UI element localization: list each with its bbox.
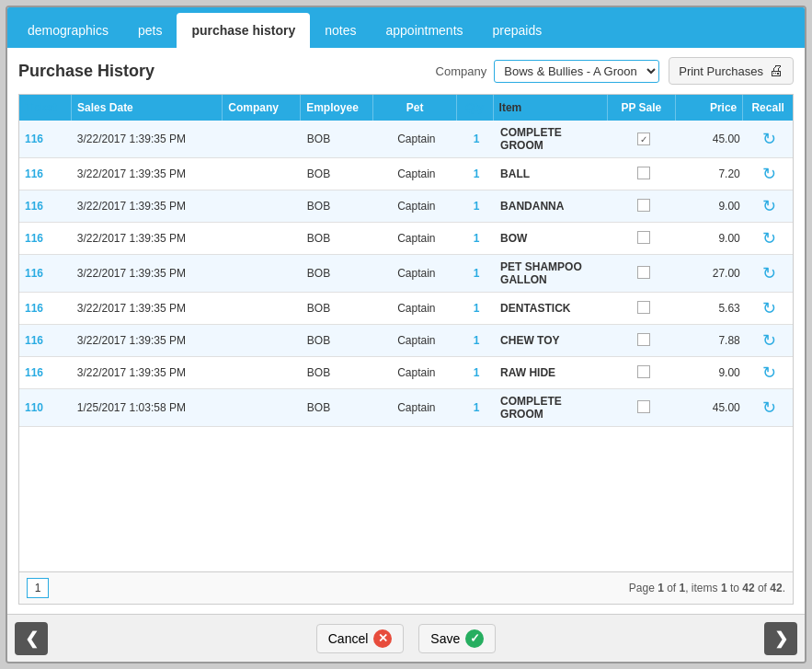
printer-icon: 🖨 bbox=[769, 63, 783, 79]
cell-pet: Captain bbox=[374, 190, 458, 223]
cell-recall[interactable]: ↻ bbox=[746, 389, 793, 427]
recall-icon[interactable]: ↻ bbox=[762, 228, 776, 248]
cell-recall[interactable]: ↻ bbox=[746, 158, 793, 190]
cell-pp-sale[interactable]: ✓ bbox=[610, 121, 678, 158]
cell-qty: 1 bbox=[458, 158, 495, 190]
cell-recall[interactable]: ↻ bbox=[746, 325, 793, 357]
table-row: 116 3/22/2017 1:39:35 PM BOB Captain 1 P… bbox=[19, 255, 793, 293]
cell-price: 9.00 bbox=[678, 223, 746, 255]
cell-recall[interactable]: ↻ bbox=[746, 121, 793, 158]
print-purchases-button[interactable]: Print Purchases 🖨 bbox=[669, 57, 794, 85]
recall-icon[interactable]: ↻ bbox=[762, 363, 776, 383]
recall-icon[interactable]: ↻ bbox=[762, 298, 776, 318]
cell-qty: 1 bbox=[458, 293, 495, 325]
cell-item: CHEW TOY bbox=[495, 325, 610, 357]
header-row: Purchase History Company Bows & Bullies … bbox=[18, 57, 794, 85]
cell-pet: Captain bbox=[374, 325, 458, 357]
table-row: 110 1/25/2017 1:03:58 PM BOB Captain 1 C… bbox=[19, 389, 793, 427]
save-button[interactable]: Save ✓ bbox=[418, 624, 496, 653]
col-company: Company bbox=[223, 95, 301, 121]
cell-item: DENTASTICK bbox=[495, 293, 610, 325]
cell-recall[interactable]: ↻ bbox=[746, 293, 793, 325]
col-pp-sale: PP Sale bbox=[608, 95, 676, 121]
cell-price: 45.00 bbox=[678, 389, 746, 427]
cell-item: PET SHAMPOO GALLON bbox=[495, 255, 610, 293]
recall-icon[interactable]: ↻ bbox=[762, 129, 776, 149]
cell-pp-sale[interactable] bbox=[610, 325, 678, 357]
chevron-right-icon: ❯ bbox=[774, 629, 788, 649]
cell-date: 3/22/2017 1:39:35 PM bbox=[72, 158, 223, 190]
col-ticket: Ticket bbox=[19, 95, 72, 121]
cell-employee: BOB bbox=[302, 121, 375, 158]
company-select[interactable]: Bows & Bullies - A Groon bbox=[494, 60, 659, 83]
cell-company bbox=[223, 121, 302, 158]
company-label: Company bbox=[436, 64, 487, 78]
cell-ticket: 116 bbox=[19, 255, 72, 293]
cell-price: 9.00 bbox=[678, 190, 746, 223]
tab-appointments[interactable]: appointments bbox=[371, 13, 477, 48]
bottom-actions: Cancel ✕ Save ✓ bbox=[316, 624, 497, 653]
cell-recall[interactable]: ↻ bbox=[746, 190, 793, 223]
tab-prepaids[interactable]: prepaids bbox=[478, 13, 557, 48]
cell-pet: Captain bbox=[374, 255, 458, 293]
recall-icon[interactable]: ↻ bbox=[762, 263, 776, 283]
table-scroll-area[interactable]: 116 3/22/2017 1:39:35 PM BOB Captain 1 C… bbox=[19, 121, 793, 571]
next-button[interactable]: ❯ bbox=[764, 622, 797, 655]
page-number-box[interactable]: 1 bbox=[27, 578, 49, 598]
cell-recall[interactable]: ↻ bbox=[746, 357, 793, 389]
cell-pet: Captain bbox=[374, 121, 458, 158]
bottom-bar: ❮ Cancel ✕ Save ✓ ❯ bbox=[7, 614, 805, 662]
table-row: 116 3/22/2017 1:39:35 PM BOB Captain 1 R… bbox=[19, 357, 793, 389]
cell-pp-sale[interactable] bbox=[610, 389, 678, 427]
cancel-button[interactable]: Cancel ✕ bbox=[316, 624, 405, 653]
cell-price: 7.20 bbox=[678, 158, 746, 190]
recall-icon[interactable]: ↻ bbox=[762, 196, 776, 216]
cell-ticket: 116 bbox=[19, 325, 72, 357]
pagination-bar: 1 Page 1 of 1, items 1 to 42 of 42. bbox=[19, 571, 793, 604]
tab-pets[interactable]: pets bbox=[123, 13, 177, 48]
cell-date: 3/22/2017 1:39:35 PM bbox=[72, 325, 223, 357]
tab-purchase-history[interactable]: purchase history bbox=[177, 13, 310, 48]
cell-pp-sale[interactable] bbox=[610, 293, 678, 325]
cell-pp-sale[interactable] bbox=[610, 255, 678, 293]
main-window: demographics pets purchase history notes… bbox=[6, 6, 806, 663]
tab-notes[interactable]: notes bbox=[310, 13, 371, 48]
cell-date: 1/25/2017 1:03:58 PM bbox=[72, 389, 223, 427]
cell-recall[interactable]: ↻ bbox=[746, 255, 793, 293]
col-recall: Recall bbox=[743, 95, 793, 121]
cell-pet: Captain bbox=[374, 357, 458, 389]
cell-recall[interactable]: ↻ bbox=[746, 223, 793, 255]
table-row: 116 3/22/2017 1:39:35 PM BOB Captain 1 B… bbox=[19, 223, 793, 255]
cell-company bbox=[223, 158, 302, 190]
cell-qty: 1 bbox=[458, 389, 495, 427]
table-row: 116 3/22/2017 1:39:35 PM BOB Captain 1 C… bbox=[19, 325, 793, 357]
cell-date: 3/22/2017 1:39:35 PM bbox=[72, 223, 223, 255]
col-price: Price bbox=[675, 95, 743, 121]
cell-pet: Captain bbox=[374, 158, 458, 190]
cell-pp-sale[interactable] bbox=[610, 223, 678, 255]
cell-pet: Captain bbox=[374, 293, 458, 325]
cell-price: 5.63 bbox=[678, 293, 746, 325]
cancel-icon: ✕ bbox=[373, 629, 392, 648]
prev-button[interactable]: ❮ bbox=[15, 622, 48, 655]
cell-item: BOW bbox=[495, 223, 610, 255]
recall-icon[interactable]: ↻ bbox=[762, 164, 776, 184]
cell-pp-sale[interactable] bbox=[610, 357, 678, 389]
cell-date: 3/22/2017 1:39:35 PM bbox=[72, 121, 223, 158]
recall-icon[interactable]: ↻ bbox=[762, 398, 776, 418]
cell-ticket: 116 bbox=[19, 121, 72, 158]
cell-company bbox=[223, 389, 302, 427]
tab-demographics[interactable]: demographics bbox=[13, 13, 123, 48]
cell-pp-sale[interactable] bbox=[610, 190, 678, 223]
cell-qty: 1 bbox=[458, 223, 495, 255]
cell-ticket: 116 bbox=[19, 293, 72, 325]
cell-pp-sale[interactable] bbox=[610, 158, 678, 190]
cell-price: 45.00 bbox=[678, 121, 746, 158]
cell-qty: 1 bbox=[458, 357, 495, 389]
cell-date: 3/22/2017 1:39:35 PM bbox=[72, 357, 223, 389]
table-row: 116 3/22/2017 1:39:35 PM BOB Captain 1 B… bbox=[19, 158, 793, 190]
page-title: Purchase History bbox=[18, 62, 436, 81]
table-row: 116 3/22/2017 1:39:35 PM BOB Captain 1 C… bbox=[19, 121, 793, 158]
tab-bar: demographics pets purchase history notes… bbox=[7, 7, 805, 48]
recall-icon[interactable]: ↻ bbox=[762, 330, 776, 351]
